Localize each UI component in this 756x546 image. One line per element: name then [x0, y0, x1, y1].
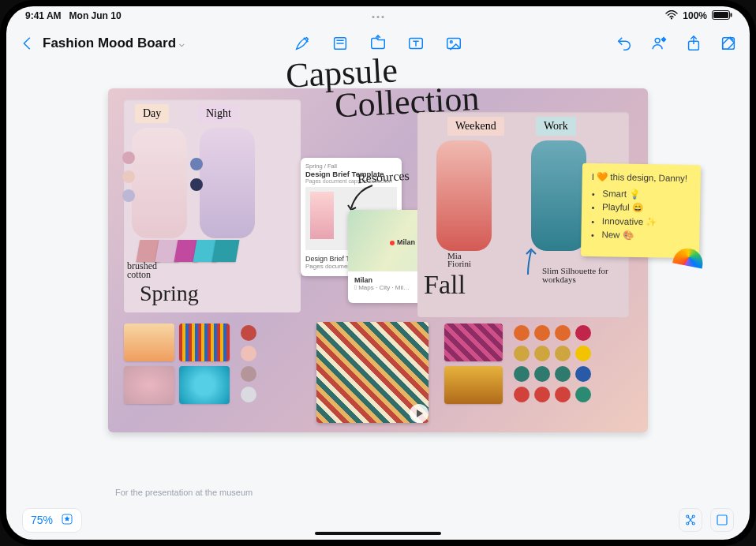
fall-figure-work[interactable] — [531, 140, 586, 251]
fall-palette-grid — [514, 325, 591, 402]
favorite-icon[interactable] — [61, 513, 73, 528]
tag-day[interactable]: Day — [135, 104, 169, 123]
map-pin-label: Milan — [397, 238, 415, 246]
status-time: 9:41 AM — [25, 10, 62, 21]
doc-kicker: Spring / Fall — [305, 163, 397, 170]
swatch-caption: brushed cotton — [127, 262, 174, 280]
svg-rect-24 — [717, 515, 727, 525]
fabric-swatch[interactable] — [212, 240, 240, 262]
battery-icon — [712, 10, 732, 22]
text-box-button[interactable] — [406, 33, 426, 54]
spring-swatch-strip[interactable] — [124, 323, 230, 404]
zoom-value: 75% — [31, 514, 53, 526]
play-button[interactable] — [410, 404, 429, 423]
image-tile[interactable] — [179, 323, 230, 361]
sticky-item: Smart 💡 — [602, 187, 691, 202]
tag-work[interactable]: Work — [536, 117, 576, 136]
fall-label: Fall — [424, 270, 466, 300]
svg-rect-2 — [713, 12, 728, 18]
tag-weekend[interactable]: Weekend — [447, 117, 504, 136]
sticky-item: Playful 😄 — [602, 200, 691, 215]
image-tile[interactable] — [124, 323, 174, 361]
collaborate-button[interactable] — [649, 33, 669, 54]
battery-percent: 100% — [683, 10, 707, 21]
svg-point-11 — [655, 38, 660, 43]
wifi-icon — [665, 10, 678, 22]
spring-label: Spring — [140, 281, 199, 306]
rainbow-sticker — [672, 246, 705, 269]
home-indicator[interactable] — [315, 532, 441, 535]
board-headline: Capsule Collection — [285, 48, 548, 122]
new-board-button[interactable] — [718, 33, 739, 54]
palette-dot — [122, 170, 135, 183]
sticky-item: Innovative ✨ — [602, 215, 691, 230]
share-button[interactable] — [683, 33, 704, 54]
image-tile[interactable] — [179, 366, 230, 404]
fall-swatch-strip[interactable] — [444, 323, 503, 404]
board-caption[interactable]: For the presentation at the museum — [115, 488, 253, 497]
image-tile[interactable] — [444, 323, 503, 361]
svg-point-0 — [671, 17, 672, 19]
svg-rect-3 — [731, 13, 732, 17]
palette-dot — [190, 158, 203, 170]
tag-night[interactable]: Night — [198, 104, 239, 123]
arrow-annotation — [518, 246, 542, 278]
pen-tool-button[interactable] — [292, 33, 313, 54]
insert-media-button[interactable] — [443, 33, 464, 54]
board-title-text: Fashion Mood Board — [43, 36, 176, 51]
sticky-item: New 🎨 — [601, 228, 690, 243]
image-tile[interactable] — [444, 366, 503, 404]
status-bar: 9:41 AM Mon Jun 10 100% — [6, 6, 750, 25]
multitask-dots[interactable] — [372, 16, 384, 18]
chevron-down-icon: ⌵ — [179, 39, 185, 49]
zoom-control[interactable]: 75% — [22, 508, 82, 533]
navigator-button[interactable] — [679, 508, 702, 532]
sticky-note[interactable]: I 🧡 this design, Danny! Smart 💡 Playful … — [581, 163, 701, 259]
svg-point-18 — [390, 241, 395, 245]
sticky-title: I 🧡 this design, Danny! — [592, 171, 691, 184]
svg-point-10 — [450, 41, 452, 43]
spring-panel[interactable]: Day Night brush — [124, 99, 301, 312]
arrow-annotation — [345, 181, 376, 213]
status-date: Mon Jun 10 — [69, 10, 122, 21]
board-title[interactable]: Fashion Mood Board ⌵ — [43, 36, 185, 51]
sticky-note-button[interactable] — [330, 33, 350, 54]
mood-board[interactable]: Capsule Collection Day Night — [108, 88, 648, 432]
undo-button[interactable] — [614, 33, 634, 54]
back-button[interactable] — [17, 33, 38, 54]
minimap-button[interactable] — [710, 508, 734, 532]
spring-figure-day[interactable] — [132, 128, 187, 238]
spring-palette-col — [241, 325, 256, 402]
canvas[interactable]: Capsule Collection Day Night — [6, 62, 750, 500]
palette-dot — [190, 178, 203, 191]
palette-dot — [122, 151, 135, 164]
fall-figure-weekend[interactable] — [436, 140, 492, 251]
image-tile[interactable] — [124, 366, 174, 404]
designer-sig-b: Fiorini — [447, 259, 471, 268]
sticky-list: Smart 💡 Playful 😄 Innovative ✨ New 🎨 — [601, 187, 691, 243]
device-frame: 9:41 AM Mon Jun 10 100% Fas — [0, 0, 756, 546]
palette-dot — [122, 189, 135, 202]
screen: 9:41 AM Mon Jun 10 100% Fas — [6, 6, 750, 540]
work-annotation: Slim Silhouette for workdays — [542, 267, 621, 284]
spring-figure-night[interactable] — [200, 128, 255, 238]
